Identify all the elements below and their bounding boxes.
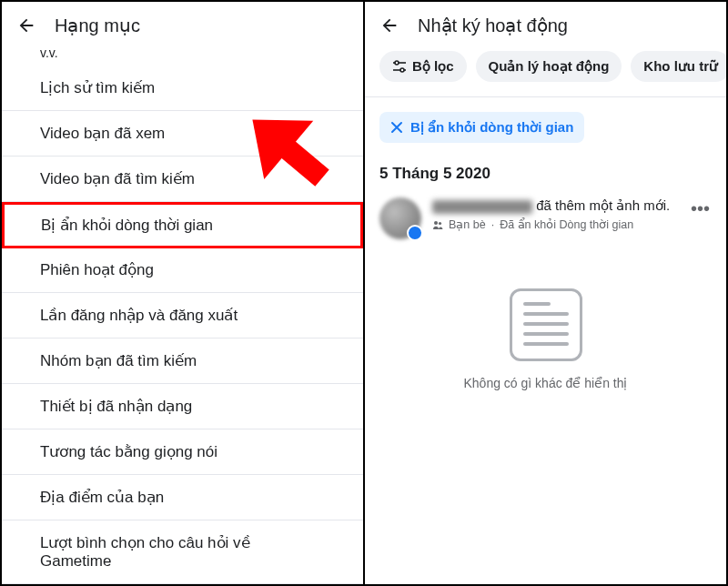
archive-chip[interactable]: Kho lưu trữ xyxy=(631,51,726,82)
category-item[interactable]: Video bạn đã xem xyxy=(2,111,363,157)
activity-entry[interactable]: đã thêm một ảnh mới. Bạn bè · Đã ẩn khỏi… xyxy=(365,192,726,252)
more-options-button[interactable]: ••• xyxy=(689,197,712,219)
svg-point-5 xyxy=(400,68,404,72)
divider xyxy=(365,96,726,97)
badge-icon xyxy=(407,225,423,241)
category-item[interactable]: Địa điểm của bạn xyxy=(2,475,363,520)
svg-point-7 xyxy=(439,221,441,224)
categories-panel: Hạng mục v.v. Lịch sử tìm kiếmVideo bạn … xyxy=(2,2,365,584)
activity-action: đã thêm một ảnh mới. xyxy=(532,197,670,213)
redacted-name xyxy=(432,200,532,214)
sliders-icon xyxy=(392,59,407,74)
ellipsis-prelude: v.v. xyxy=(2,45,363,66)
close-icon xyxy=(390,121,403,134)
category-item[interactable]: Lần đăng nhập và đăng xuất xyxy=(2,293,363,338)
category-item[interactable]: Bị ẩn khỏi dòng thời gian xyxy=(2,202,363,248)
header-left: Hạng mục xyxy=(2,2,363,45)
activity-text: đã thêm một ảnh mới. Bạn bè · Đã ẩn khỏi… xyxy=(432,197,678,231)
activity-log-panel: Nhật ký hoạt động Bộ lọc Quản lý hoạt độ… xyxy=(365,2,726,584)
manage-activity-label: Quản lý hoạt động xyxy=(489,58,610,75)
applied-filter-pill[interactable]: Bị ẩn khỏi dòng thời gian xyxy=(379,112,584,143)
back-icon[interactable] xyxy=(16,15,36,35)
category-item[interactable]: Lượt bình chọn cho câu hỏi về Gametime xyxy=(2,520,363,584)
friends-icon xyxy=(432,219,443,230)
empty-state: Không có gì khác để hiển thị xyxy=(365,288,726,390)
manage-activity-chip[interactable]: Quản lý hoạt động xyxy=(476,51,622,82)
category-item[interactable]: Video bạn đã tìm kiếm xyxy=(2,157,363,202)
back-icon[interactable] xyxy=(379,15,399,35)
hidden-label: Đã ẩn khỏi Dòng thời gian xyxy=(500,217,633,231)
document-icon xyxy=(510,288,582,361)
header-right: Nhật ký hoạt động xyxy=(365,2,726,45)
date-heading: 5 Tháng 5 2020 xyxy=(365,157,726,192)
category-item[interactable]: Tương tác bằng giọng nói xyxy=(2,429,363,475)
category-item[interactable]: Thiết bị đã nhận dạng xyxy=(2,384,363,429)
meta-separator: · xyxy=(491,218,494,231)
filter-chip[interactable]: Bộ lọc xyxy=(379,51,467,82)
audience-label: Bạn bè xyxy=(449,217,486,231)
applied-filter-label: Bị ẩn khỏi dòng thời gian xyxy=(410,119,573,136)
category-item[interactable]: Lịch sử tìm kiếm xyxy=(2,66,363,111)
category-list: Lịch sử tìm kiếmVideo bạn đã xemVideo bạ… xyxy=(2,66,363,584)
filter-chips-row: Bộ lọc Quản lý hoạt động Kho lưu trữ xyxy=(365,45,726,96)
activity-subline: Bạn bè · Đã ẩn khỏi Dòng thời gian xyxy=(432,217,678,231)
category-item[interactable]: Nhóm bạn đã tìm kiếm xyxy=(2,338,363,384)
page-title-left: Hạng mục xyxy=(55,15,140,36)
filter-chip-label: Bộ lọc xyxy=(412,58,454,75)
empty-text: Không có gì khác để hiển thị xyxy=(464,376,628,390)
svg-point-3 xyxy=(395,61,399,65)
category-item[interactable]: Phiên hoạt động xyxy=(2,248,363,293)
archive-label: Kho lưu trữ xyxy=(643,58,718,75)
svg-point-6 xyxy=(434,221,438,225)
page-title-right: Nhật ký hoạt động xyxy=(418,15,568,36)
